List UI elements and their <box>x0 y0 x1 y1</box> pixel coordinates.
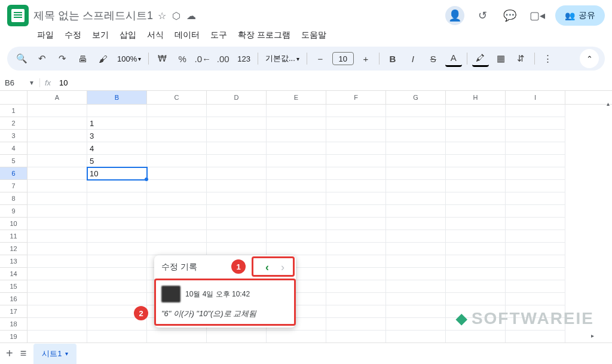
menu-서식[interactable]: 서식 <box>143 29 167 42</box>
cell-B5[interactable]: 5 <box>87 155 147 167</box>
cell-A18[interactable] <box>27 318 87 331</box>
cell-A2[interactable] <box>27 117 87 130</box>
col-header-I[interactable]: I <box>506 91 565 104</box>
cell-A4[interactable] <box>27 142 87 155</box>
merge-icon[interactable]: ⇵ <box>513 50 530 67</box>
menu-삽입[interactable]: 삽입 <box>116 29 140 42</box>
cell-C2[interactable] <box>147 117 207 130</box>
col-header-D[interactable]: D <box>207 91 267 104</box>
cell-E6[interactable] <box>267 167 326 180</box>
cell-B4[interactable]: 4 <box>87 142 147 155</box>
strikethrough-icon[interactable]: S <box>425 50 442 67</box>
col-header-A[interactable]: A <box>27 91 87 104</box>
cell-C1[interactable] <box>147 105 207 117</box>
cell-F1[interactable] <box>326 105 386 117</box>
bold-icon[interactable]: B <box>384 50 401 67</box>
cell-F9[interactable] <box>326 205 386 218</box>
cell-C5[interactable] <box>147 155 207 167</box>
sheets-logo[interactable] <box>7 5 29 26</box>
menu-도구[interactable]: 도구 <box>207 29 231 42</box>
cell-G4[interactable] <box>386 142 446 155</box>
cell-F15[interactable] <box>326 280 386 293</box>
cell-I12[interactable] <box>506 243 565 255</box>
row-header-11[interactable]: 11 <box>0 230 27 243</box>
cell-A10[interactable] <box>27 218 87 230</box>
row-header-17[interactable]: 17 <box>0 305 27 318</box>
cell-G12[interactable] <box>386 243 446 255</box>
cell-E19[interactable] <box>267 331 326 343</box>
row-header-8[interactable]: 8 <box>0 192 27 205</box>
cell-H4[interactable] <box>446 142 506 155</box>
cell-B19[interactable] <box>87 331 147 343</box>
cell-A19[interactable] <box>27 331 87 343</box>
cell-C6[interactable] <box>147 167 207 180</box>
redo-icon[interactable]: ↷ <box>54 50 71 67</box>
cell-I13[interactable] <box>506 255 565 268</box>
menu-도움말[interactable]: 도움말 <box>298 29 330 42</box>
cell-C10[interactable] <box>147 218 207 230</box>
cell-H2[interactable] <box>446 117 506 130</box>
cell-G9[interactable] <box>386 205 446 218</box>
cell-B10[interactable] <box>87 218 147 230</box>
cell-A11[interactable] <box>27 230 87 243</box>
cell-C9[interactable] <box>147 205 207 218</box>
menu-데이터[interactable]: 데이터 <box>171 29 203 42</box>
collapse-toolbar-icon[interactable]: ⌃ <box>580 49 599 68</box>
scroll-right-icon[interactable]: ▸ <box>591 332 594 339</box>
add-sheet-button[interactable]: + <box>6 347 13 360</box>
cell-B12[interactable] <box>87 243 147 255</box>
cell-G3[interactable] <box>386 130 446 142</box>
decrease-font-icon[interactable]: − <box>312 50 329 67</box>
print-icon[interactable]: 🖶 <box>74 50 91 67</box>
star-icon[interactable]: ☆ <box>158 10 166 22</box>
cell-F12[interactable] <box>326 243 386 255</box>
zoom-select[interactable]: 100%▾ <box>115 54 143 63</box>
cloud-icon[interactable]: ☁ <box>186 10 196 22</box>
row-header-7[interactable]: 7 <box>0 180 27 192</box>
cell-G8[interactable] <box>386 192 446 205</box>
cell-B13[interactable] <box>87 255 147 268</box>
row-header-5[interactable]: 5 <box>0 155 27 167</box>
cell-B2[interactable]: 1 <box>87 117 147 130</box>
cell-F14[interactable] <box>326 268 386 280</box>
cell-B6[interactable]: 10 <box>87 167 147 180</box>
cell-E11[interactable] <box>267 230 326 243</box>
formula-input[interactable] <box>56 78 612 87</box>
paint-format-icon[interactable]: 🖌 <box>94 50 111 67</box>
cell-H6[interactable] <box>446 167 506 180</box>
cell-H13[interactable] <box>446 255 506 268</box>
cell-I15[interactable] <box>506 280 565 293</box>
cell-A5[interactable] <box>27 155 87 167</box>
cell-G10[interactable] <box>386 218 446 230</box>
cell-G18[interactable] <box>386 318 446 331</box>
cell-E10[interactable] <box>267 218 326 230</box>
decrease-decimal-icon[interactable]: .0← <box>194 50 211 67</box>
row-header-16[interactable]: 16 <box>0 293 27 305</box>
doc-title[interactable]: 제목 없는 스프레드시트1 <box>33 8 153 23</box>
cell-C12[interactable] <box>147 243 207 255</box>
cell-G11[interactable] <box>386 230 446 243</box>
col-header-H[interactable]: H <box>446 91 506 104</box>
cell-H9[interactable] <box>446 205 506 218</box>
cell-F16[interactable] <box>326 293 386 305</box>
select-all-corner[interactable] <box>0 91 27 104</box>
cell-H14[interactable] <box>446 268 506 280</box>
cell-B16[interactable] <box>87 293 147 305</box>
increase-decimal-icon[interactable]: .00 <box>215 50 231 67</box>
cell-F2[interactable] <box>326 117 386 130</box>
cell-I14[interactable] <box>506 268 565 280</box>
col-header-F[interactable]: F <box>326 91 386 104</box>
move-icon[interactable]: ⬡ <box>172 10 180 22</box>
cell-D9[interactable] <box>207 205 267 218</box>
cell-B7[interactable] <box>87 180 147 192</box>
cell-A6[interactable] <box>27 167 87 180</box>
row-header-10[interactable]: 10 <box>0 218 27 230</box>
cell-H19[interactable] <box>446 331 506 343</box>
cell-D7[interactable] <box>207 180 267 192</box>
cell-C19[interactable] <box>147 331 207 343</box>
more-icon[interactable]: ⋮ <box>540 50 556 67</box>
cell-A8[interactable] <box>27 192 87 205</box>
cell-C7[interactable] <box>147 180 207 192</box>
cell-I7[interactable] <box>506 180 565 192</box>
font-size-input[interactable]: 10 <box>332 52 354 65</box>
